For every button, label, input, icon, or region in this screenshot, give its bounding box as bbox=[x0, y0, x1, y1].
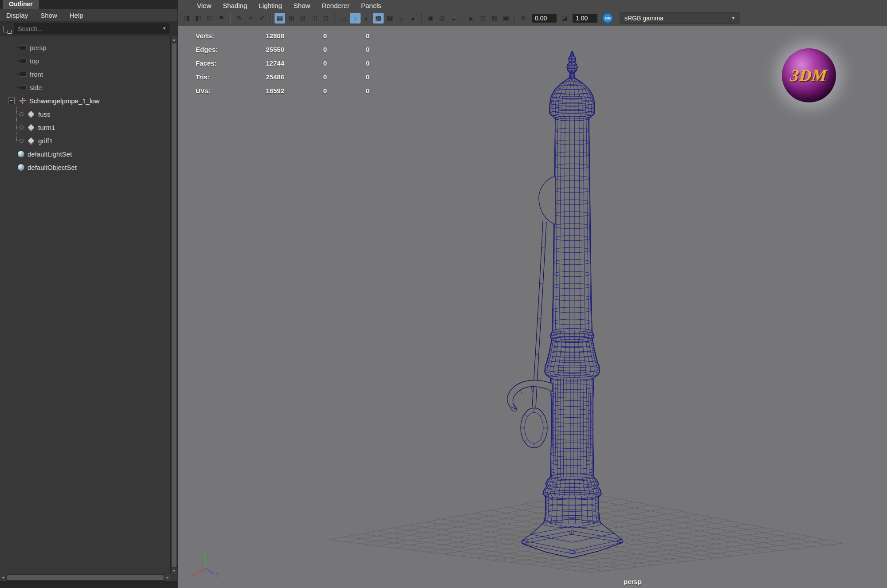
viewport-menubar: View Shading Lighting Show Renderer Pane… bbox=[178, 0, 887, 11]
outliner-tree: persp top front side − bbox=[0, 36, 171, 588]
hud-value: 0 bbox=[327, 29, 369, 43]
hud-value: 25486 bbox=[236, 70, 284, 84]
scroll-up-icon[interactable]: ▲ bbox=[171, 36, 177, 43]
hud-label: Edges: bbox=[196, 43, 236, 56]
hud-value: 0 bbox=[284, 70, 327, 84]
outliner-panel: Outliner Display Show Help ▼ persp top bbox=[0, 0, 178, 588]
textured-mode-icon[interactable]: ▩ bbox=[373, 13, 384, 24]
frame-all-icon[interactable]: ⊠ bbox=[489, 13, 500, 24]
menu-renderer[interactable]: Renderer bbox=[316, 2, 355, 9]
tab-outliner[interactable]: Outliner bbox=[3, 0, 39, 9]
wireframe-mode-icon[interactable]: □ bbox=[338, 13, 349, 24]
poly-count-hud: Verts: 12808 0 0 Edges: 25550 0 0 Faces:… bbox=[196, 29, 369, 98]
bookmark-flag-icon[interactable]: ⚑ bbox=[216, 13, 227, 24]
outliner-item-fuss[interactable]: fuss bbox=[0, 107, 171, 121]
brush-tool-icon[interactable]: ✐ bbox=[257, 13, 267, 24]
hud-value: 0 bbox=[284, 84, 327, 98]
camera-name-label: persp bbox=[624, 578, 642, 585]
multisample-icon[interactable]: ◒ bbox=[448, 13, 459, 24]
item-label: side bbox=[30, 84, 42, 91]
chevron-down-icon[interactable]: ▼ bbox=[162, 26, 166, 31]
item-label: Schwengelpmpe_1_low bbox=[29, 97, 99, 105]
shadows-icon[interactable]: ● bbox=[408, 13, 418, 24]
menu-show[interactable]: Show bbox=[34, 12, 63, 19]
screen-space-ao-icon[interactable]: ◉ bbox=[425, 13, 436, 24]
3dm-logo: 3DM bbox=[782, 48, 836, 102]
viewport-toolbar: ◨◧◫⚑✎⌖✐▦⊞⊟◫⊡□■◐▩▦☼●◉◎◒►⊡⊠▣↻0.00◪1.00ONsR… bbox=[178, 11, 887, 26]
menu-view[interactable]: View bbox=[191, 2, 217, 9]
horizontal-scrollbar-thumb[interactable] bbox=[7, 575, 164, 580]
view-transform-dropdown[interactable]: sRGB gamma▼ bbox=[620, 12, 740, 24]
outliner-item-front[interactable]: front bbox=[0, 67, 171, 81]
mesh-icon bbox=[28, 124, 34, 130]
motion-blur-icon[interactable]: ◎ bbox=[437, 13, 447, 24]
four-pane-layout-icon[interactable]: ⊞ bbox=[286, 13, 297, 24]
pencil-tool-icon[interactable]: ✎ bbox=[234, 13, 244, 24]
scroll-down-icon[interactable]: ▼ bbox=[171, 568, 177, 574]
logo-text: 3DM bbox=[789, 66, 828, 85]
dropdown-label: sRGB gamma bbox=[624, 15, 663, 22]
filter-icon[interactable] bbox=[4, 26, 10, 32]
use-all-lights-icon[interactable]: ☼ bbox=[396, 13, 407, 24]
hud-value: 18592 bbox=[236, 84, 284, 98]
two-pane-layout-icon[interactable]: ⊟ bbox=[298, 13, 308, 24]
hud-value: 0 bbox=[284, 43, 327, 56]
outliner-vertical-scrollbar[interactable]: ▲ ▼ bbox=[170, 36, 177, 574]
select-highlight-icon[interactable]: ► bbox=[466, 13, 477, 24]
hud-label: Verts: bbox=[196, 29, 236, 43]
menu-lighting[interactable]: Lighting bbox=[253, 2, 288, 9]
menu-display[interactable]: Display bbox=[0, 12, 34, 19]
camera-bookmark-icon[interactable]: ◨ bbox=[181, 13, 192, 24]
image-plane-icon[interactable]: ▣ bbox=[501, 13, 511, 24]
scroll-right-icon[interactable]: ► bbox=[165, 574, 171, 581]
mesh-icon bbox=[28, 137, 34, 144]
hud-value: 0 bbox=[284, 56, 327, 70]
camera-add-icon[interactable]: ◧ bbox=[193, 13, 204, 24]
shade-wire-mode-icon[interactable]: ◐ bbox=[361, 13, 372, 24]
vertical-scrollbar-thumb[interactable] bbox=[172, 43, 177, 567]
hud-label: UVs: bbox=[196, 84, 236, 98]
search-input[interactable] bbox=[14, 24, 169, 34]
toolbar-separator bbox=[421, 13, 422, 23]
menu-show[interactable]: Show bbox=[288, 2, 316, 9]
color-management-toggle[interactable]: ON bbox=[602, 13, 613, 24]
camera-select-icon[interactable]: ◫ bbox=[204, 13, 215, 24]
outliner-item-side[interactable]: side bbox=[0, 81, 171, 94]
camera-icon bbox=[20, 72, 27, 77]
frame-selected-icon[interactable]: ⊡ bbox=[478, 13, 488, 24]
checker-map-icon[interactable]: ▦ bbox=[385, 13, 395, 24]
tree-branch-line bbox=[13, 121, 24, 134]
gamma-field[interactable]: 1.00 bbox=[573, 14, 597, 23]
pane-text-icon[interactable]: ⊡ bbox=[321, 13, 331, 24]
exposure-icon[interactable]: ↻ bbox=[518, 13, 529, 24]
outliner-tab-strip: Outliner bbox=[0, 0, 177, 9]
pivot-tool-icon[interactable]: ⌖ bbox=[245, 13, 256, 24]
outliner-item-schwengelpmpe-1-low[interactable]: − Schwengelpmpe_1_low bbox=[0, 94, 171, 107]
menu-shading[interactable]: Shading bbox=[217, 2, 253, 9]
hud-value: 0 bbox=[327, 43, 369, 56]
outliner-horizontal-scrollbar[interactable]: ◄ ► bbox=[0, 574, 171, 581]
outliner-item-top[interactable]: top bbox=[0, 54, 171, 67]
single-pane-layout-icon[interactable]: ▦ bbox=[275, 13, 285, 24]
viewport-canvas[interactable]: Verts: 12808 0 0 Edges: 25550 0 0 Faces:… bbox=[178, 26, 887, 588]
toolbar-separator bbox=[334, 13, 335, 23]
exposure-field[interactable]: 0.00 bbox=[532, 14, 557, 23]
item-label: griff1 bbox=[38, 137, 53, 145]
outliner-item-defaultlightset[interactable]: defaultLightSet bbox=[0, 147, 171, 161]
outliner-item-turm1[interactable]: turm1 bbox=[0, 121, 171, 134]
search-wrap: ▼ bbox=[14, 24, 169, 34]
smooth-shade-mode-icon[interactable]: ■ bbox=[350, 13, 361, 24]
split-pane-layout-icon[interactable]: ◫ bbox=[309, 13, 320, 24]
collapse-expander-icon[interactable]: − bbox=[8, 98, 15, 104]
menu-panels[interactable]: Panels bbox=[355, 2, 387, 9]
outliner-item-persp[interactable]: persp bbox=[0, 41, 171, 54]
outliner-menubar: Display Show Help bbox=[0, 9, 177, 21]
gamma-icon[interactable]: ◪ bbox=[559, 13, 570, 24]
scroll-left-icon[interactable]: ◄ bbox=[0, 574, 6, 581]
toolbar-separator bbox=[230, 13, 231, 23]
tree-branch-line bbox=[13, 107, 24, 121]
maya-window: Outliner Display Show Help ▼ persp top bbox=[0, 0, 887, 588]
menu-help[interactable]: Help bbox=[63, 12, 90, 19]
outliner-item-defaultobjectset[interactable]: defaultObjectSet bbox=[0, 161, 171, 174]
outliner-item-griff1[interactable]: griff1 bbox=[0, 134, 171, 147]
